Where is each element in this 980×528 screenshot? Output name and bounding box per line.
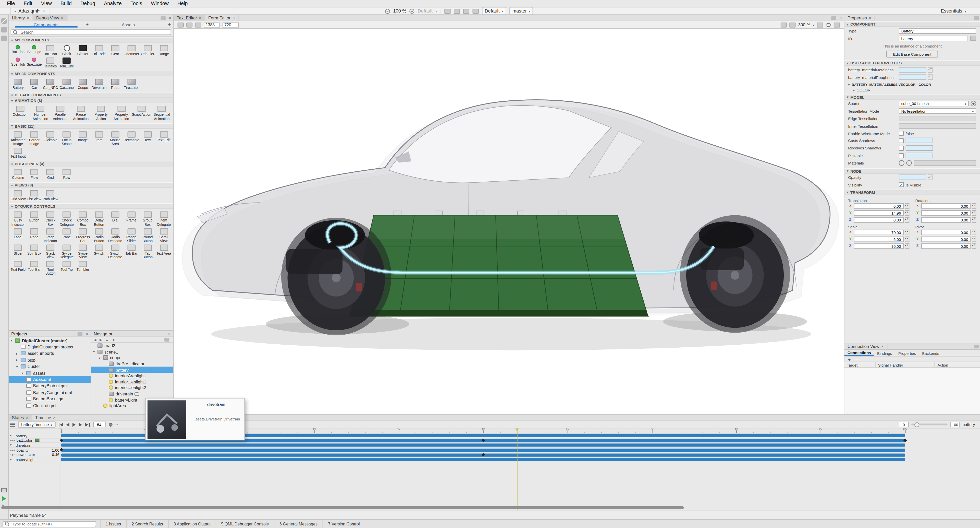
- component-item-range-slider[interactable]: Range Slider: [123, 227, 139, 243]
- id-field[interactable]: battery: [899, 35, 968, 41]
- canvas-width-field[interactable]: [204, 22, 220, 27]
- component-item-range[interactable]: Range: [156, 44, 172, 56]
- transform-value-field[interactable]: 14.96: [854, 210, 904, 215]
- component-item-page[interactable]: Page: [26, 227, 42, 243]
- skip-to-end-icon[interactable]: [85, 423, 90, 426]
- source-dropdown[interactable]: cube_001.mesh ▾: [899, 100, 969, 106]
- live-preview-icon[interactable]: [1, 488, 7, 492]
- spinner-arrows[interactable]: ▲▼: [905, 243, 909, 249]
- component-item-car-ane[interactable]: Car...ane: [59, 78, 75, 90]
- split-icon[interactable]: [831, 16, 836, 20]
- component-item-parallel-animation[interactable]: Parallel Animation: [51, 105, 71, 121]
- statusbar-item-1-issues[interactable]: 1 Issues: [100, 520, 126, 528]
- timeline-bar[interactable]: [61, 458, 905, 461]
- tab-bindings[interactable]: Bindings: [874, 350, 895, 356]
- keyframe-nav-icons[interactable]: ◂◆▸: [10, 453, 15, 456]
- tree-item-road2[interactable]: road2: [91, 343, 173, 349]
- component-item-tab-button[interactable]: Tab Button: [140, 243, 156, 260]
- component-item-swipe-view[interactable]: Swipe View: [75, 243, 91, 260]
- component-item-switch-delegate[interactable]: Switch Delegate: [107, 243, 123, 260]
- receives-shadows-field[interactable]: [906, 145, 933, 151]
- filter-icon[interactable]: [77, 332, 83, 336]
- component-item-cluster[interactable]: Cluster: [75, 44, 91, 56]
- expand-arrow-icon[interactable]: ▸: [10, 458, 14, 461]
- transform-value-field[interactable]: 0.00: [854, 203, 904, 209]
- remove-connection-icon[interactable]: —: [855, 357, 859, 361]
- close-icon[interactable]: ×: [86, 332, 88, 336]
- section-header-my-3d-components[interactable]: ▾MY 3D COMPONENTS: [9, 71, 173, 77]
- edit-mode-icon[interactable]: [1, 18, 7, 24]
- add-icon[interactable]: +: [165, 21, 173, 27]
- timeline-label-batt-olor[interactable]: ◂◆▸batt...olor: [9, 438, 60, 443]
- statusbar-item-2-search-results[interactable]: 2 Search Results: [126, 520, 168, 528]
- component-item-tool-button[interactable]: Tool Button: [42, 260, 59, 276]
- spinner-arrows[interactable]: ▲▼: [928, 67, 932, 72]
- section-header-my-components[interactable]: ▾MY COMPONENTS: [9, 37, 173, 42]
- help-mode-icon[interactable]: [1, 36, 7, 41]
- component-item-number-animation[interactable]: Number Animation: [30, 105, 50, 121]
- component-item-sequential-animation[interactable]: Sequential Animation: [151, 105, 172, 121]
- snap-grid-icon[interactable]: [186, 22, 192, 27]
- component-item-border-image[interactable]: Border Image: [26, 130, 42, 146]
- component-item-item-delegate[interactable]: Item Delegate: [156, 211, 172, 227]
- wireframe-checkbox[interactable]: [899, 131, 904, 136]
- section-header-node[interactable]: ▾ NODE: [845, 168, 980, 174]
- component-item-stack-view[interactable]: Stack View: [42, 243, 59, 260]
- transform-value-field[interactable]: 0.00: [854, 217, 904, 222]
- component-item-tool-bar[interactable]: Tool Bar: [26, 260, 42, 276]
- materials-field[interactable]: [914, 160, 976, 166]
- tree-item-digitalcluster-qmlproject[interactable]: DigitalCluster.qmlproject: [9, 344, 91, 350]
- id-export-icon[interactable]: [970, 36, 976, 41]
- close-icon[interactable]: ×: [42, 9, 45, 13]
- spinner-arrows[interactable]: ▲▼: [905, 230, 909, 235]
- component-item-text-edit[interactable]: Text Edit: [156, 130, 172, 146]
- subtab-assets[interactable]: Assets: [91, 21, 165, 27]
- no-snap-icon[interactable]: [178, 22, 184, 27]
- timeline-playhead[interactable]: [517, 429, 517, 510]
- zoom-fit-icon[interactable]: [817, 22, 823, 27]
- component-item-text[interactable]: Text: [140, 130, 156, 146]
- mode-selector[interactable]: Essentials ▾: [941, 8, 966, 14]
- timeline-label-powe-ctor[interactable]: ◂◆▸powe...ctor0.46: [9, 453, 60, 458]
- canvas-height-field[interactable]: [223, 22, 239, 27]
- chevron-down-icon[interactable]: ▾: [14, 9, 16, 13]
- connection-table-body[interactable]: [845, 368, 980, 414]
- add-material-icon[interactable]: +: [906, 160, 912, 166]
- close-icon[interactable]: ×: [27, 16, 29, 20]
- spinner-arrows[interactable]: ▲▼: [905, 236, 909, 242]
- material-metalness-field[interactable]: [899, 67, 926, 72]
- component-item-scroll-view[interactable]: Scroll View: [156, 227, 172, 243]
- slider-knob[interactable]: [915, 422, 920, 427]
- menu-item-edit[interactable]: Edit: [19, 0, 37, 7]
- add-icon[interactable]: +: [83, 21, 91, 27]
- component-item-swipe-delegate[interactable]: Swipe Delegate: [59, 243, 75, 260]
- expand-arrow-icon[interactable]: ▾: [99, 356, 103, 360]
- render-mode-icon[interactable]: [781, 22, 787, 27]
- tree-item-drivetrain[interactable]: drivetrain: [91, 391, 173, 397]
- component-item-switch[interactable]: Switch: [91, 243, 107, 260]
- edit-base-component-button[interactable]: Edit Base Component: [886, 51, 938, 57]
- chevron-right-icon[interactable]: ▸: [853, 88, 855, 92]
- color-swatch[interactable]: [35, 439, 39, 442]
- subtab-components[interactable]: Components: [9, 21, 83, 27]
- keyframe-nav-icons[interactable]: ◂◆▸: [10, 439, 15, 442]
- component-item-animated-image[interactable]: Animated Image: [10, 130, 26, 146]
- component-item-spin-box[interactable]: Spin Box: [26, 243, 42, 260]
- search-box[interactable]: [11, 29, 171, 35]
- wireframe-toggle-icon[interactable]: [790, 22, 796, 27]
- statusbar-item-5-qml-debugger-console[interactable]: 5 QML Debugger Console: [215, 520, 274, 528]
- spinner-arrows[interactable]: ▲▼: [972, 210, 976, 215]
- component-item-clock[interactable]: Clock: [59, 44, 75, 56]
- menu-item-window[interactable]: Window: [146, 0, 173, 7]
- spinner-arrows[interactable]: ▲▼: [928, 74, 932, 80]
- tab-backends[interactable]: Backends: [919, 350, 942, 356]
- component-item-script-action[interactable]: Script Action: [131, 105, 151, 121]
- panel-menu-icon[interactable]: [974, 345, 979, 348]
- component-item-battery[interactable]: Battery: [10, 78, 26, 90]
- component-item-text-area[interactable]: Text Area: [156, 243, 172, 260]
- component-item-column[interactable]: Column: [10, 168, 26, 180]
- component-item-drivetrain[interactable]: Drivetrain: [91, 78, 107, 90]
- tree-item-assets[interactable]: ▸assets: [9, 370, 91, 376]
- play-icon[interactable]: [73, 423, 76, 426]
- component-item-flickable[interactable]: Flickable: [42, 130, 59, 146]
